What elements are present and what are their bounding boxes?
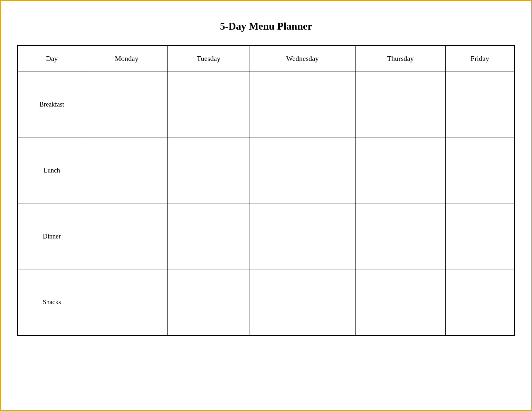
dinner-monday[interactable] [86,203,167,269]
lunch-row: Lunch [18,137,515,203]
lunch-thursday[interactable] [355,137,445,203]
dinner-label: Dinner [18,203,86,269]
snacks-monday[interactable] [86,269,167,335]
lunch-wednesday[interactable] [250,137,355,203]
dinner-friday[interactable] [446,203,515,269]
header-wednesday: Wednesday [250,46,355,71]
header-tuesday: Tuesday [167,46,250,71]
dinner-tuesday[interactable] [167,203,250,269]
lunch-monday[interactable] [86,137,167,203]
snacks-label: Snacks [18,269,86,335]
breakfast-monday[interactable] [86,71,167,137]
breakfast-friday[interactable] [446,71,515,137]
snacks-friday[interactable] [446,269,515,335]
menu-planner-table: Day Monday Tuesday Wednesday Thursday Fr… [17,45,515,336]
header-thursday: Thursday [355,46,445,71]
dinner-thursday[interactable] [355,203,445,269]
page-title: 5-Day Menu Planner [220,20,312,32]
breakfast-label: Breakfast [18,71,86,137]
breakfast-wednesday[interactable] [250,71,355,137]
lunch-label: Lunch [18,137,86,203]
breakfast-row: Breakfast [18,71,515,137]
header-monday: Monday [86,46,167,71]
lunch-tuesday[interactable] [167,137,250,203]
header-friday: Friday [446,46,515,71]
dinner-row: Dinner [18,203,515,269]
lunch-friday[interactable] [446,137,515,203]
snacks-wednesday[interactable] [250,269,355,335]
header-day: Day [18,46,86,71]
snacks-row: Snacks [18,269,515,335]
snacks-tuesday[interactable] [167,269,250,335]
breakfast-tuesday[interactable] [167,71,250,137]
header-row: Day Monday Tuesday Wednesday Thursday Fr… [18,46,515,71]
breakfast-thursday[interactable] [355,71,445,137]
snacks-thursday[interactable] [355,269,445,335]
dinner-wednesday[interactable] [250,203,355,269]
